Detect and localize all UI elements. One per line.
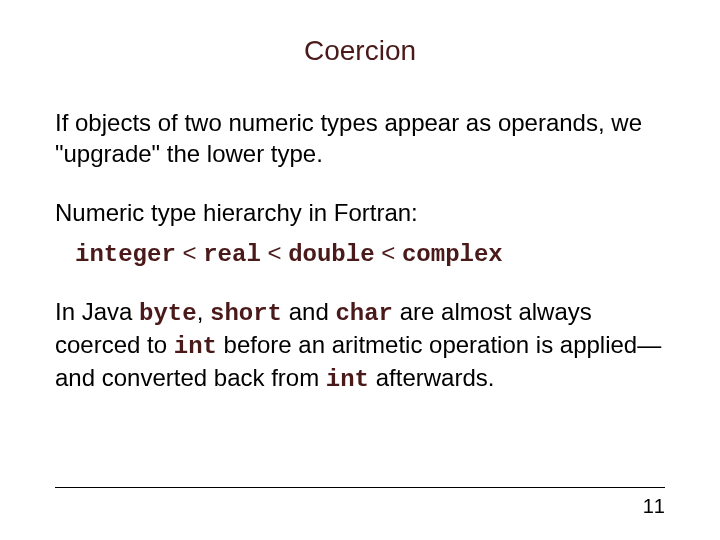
text: In Java (55, 298, 139, 325)
paragraph-2: Numeric type hierarchy in Fortran: (55, 197, 665, 228)
text: , (197, 298, 210, 325)
text: and (282, 298, 335, 325)
less-than: < (176, 239, 203, 266)
paragraph-3: In Java byte, short and char are almost … (55, 296, 665, 396)
code-int: int (326, 366, 369, 393)
type-hierarchy: integer < real < double < complex (75, 239, 665, 268)
footer-divider (55, 487, 665, 488)
code-char: char (335, 300, 393, 327)
code-short: short (210, 300, 282, 327)
page-number: 11 (643, 495, 665, 518)
less-than: < (375, 239, 402, 266)
code-byte: byte (139, 300, 197, 327)
type-double: double (288, 241, 374, 268)
paragraph-1: If objects of two numeric types appear a… (55, 107, 665, 169)
slide-title: Coercion (55, 35, 665, 67)
less-than: < (261, 239, 288, 266)
type-complex: complex (402, 241, 503, 268)
code-int: int (174, 333, 217, 360)
type-integer: integer (75, 241, 176, 268)
type-real: real (203, 241, 261, 268)
text: afterwards. (369, 364, 494, 391)
